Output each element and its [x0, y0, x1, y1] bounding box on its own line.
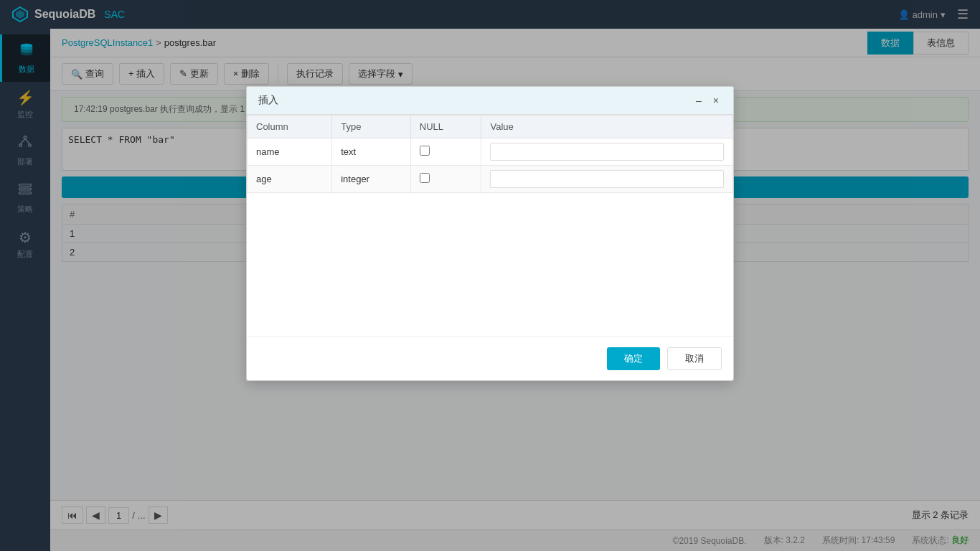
modal-row-name: name text: [248, 138, 733, 166]
modal-col-type: Type: [332, 116, 411, 138]
modal-col-column: Column: [248, 116, 332, 138]
value-input-name[interactable]: [490, 143, 724, 161]
modal-close-button[interactable]: ×: [710, 95, 722, 106]
modal-controls: – ×: [693, 95, 722, 106]
modal-cell-name-type: text: [332, 138, 411, 166]
modal-spacer: [247, 193, 733, 336]
null-checkbox-name[interactable]: [420, 146, 430, 156]
value-input-age[interactable]: [490, 170, 724, 188]
modal-cell-name-null: [410, 138, 481, 166]
modal-overlay: 插入 – × Column Type NULL Value nam: [0, 0, 980, 551]
modal-cell-age-null: [410, 166, 481, 193]
cancel-button[interactable]: 取消: [667, 347, 722, 370]
insert-modal: 插入 – × Column Type NULL Value nam: [246, 86, 734, 381]
modal-col-value: Value: [481, 116, 733, 138]
modal-cell-name-value: [481, 138, 733, 166]
confirm-button[interactable]: 确定: [607, 347, 660, 370]
modal-table: Column Type NULL Value name text: [247, 115, 733, 193]
modal-cell-name-column: name: [248, 138, 332, 166]
modal-minimize-button[interactable]: –: [693, 95, 705, 106]
modal-row-age: age integer: [248, 166, 733, 193]
modal-cell-age-column: age: [248, 166, 332, 193]
null-checkbox-age[interactable]: [420, 173, 430, 183]
modal-cell-age-value: [481, 166, 733, 193]
modal-body: Column Type NULL Value name text: [247, 115, 733, 336]
modal-title: 插入: [258, 94, 278, 107]
modal-header: 插入 – ×: [247, 87, 733, 115]
modal-footer: 确定 取消: [247, 336, 733, 380]
modal-cell-age-type: integer: [332, 166, 411, 193]
modal-col-null: NULL: [410, 116, 481, 138]
